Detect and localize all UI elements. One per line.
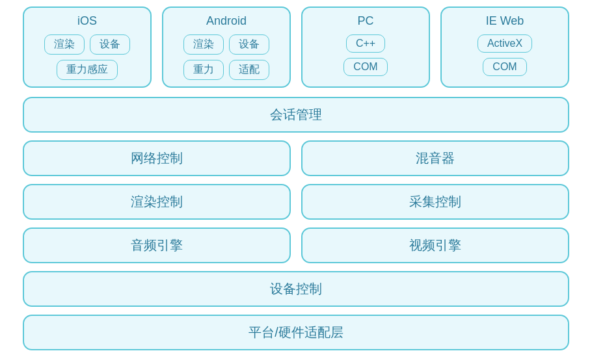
- architecture-diagram: iOS 渲染 设备 重力感应 Android 渲染 设备 重力 适配 PC: [16, 0, 576, 364]
- ios-row1: 渲染 设备: [44, 34, 130, 55]
- device-control-box: 设备控制: [23, 271, 569, 307]
- android-chip-render: 渲染: [183, 34, 224, 55]
- audio-engine-box: 音频引擎: [23, 228, 291, 263]
- ios-title: iOS: [77, 14, 97, 28]
- ieweb-row1: ActiveX: [478, 34, 532, 53]
- capture-control-box: 采集控制: [301, 184, 569, 220]
- ieweb-title: IE Web: [486, 14, 524, 28]
- ios-chip-device: 设备: [90, 34, 130, 55]
- video-engine-box: 视频引擎: [301, 228, 569, 263]
- render-capture-row: 渲染控制 采集控制: [23, 184, 569, 220]
- render-control-box: 渲染控制: [23, 184, 291, 220]
- device-row: 设备控制: [23, 271, 569, 307]
- platform-ios: iOS 渲染 设备 重力感应: [23, 6, 152, 88]
- android-chip-gravity: 重力: [183, 60, 224, 80]
- android-chip-adapt: 适配: [229, 60, 269, 80]
- ieweb-chip-com: COM: [483, 58, 526, 76]
- pc-row1: C++: [346, 34, 385, 53]
- pc-title: PC: [357, 14, 373, 28]
- android-title: Android: [206, 14, 247, 28]
- ieweb-row2: COM: [483, 58, 526, 76]
- pc-chip-cpp: C++: [346, 34, 385, 53]
- android-row1: 渲染 设备: [183, 34, 269, 55]
- ios-chip-render: 渲染: [44, 34, 85, 55]
- platform-row: iOS 渲染 设备 重力感应 Android 渲染 设备 重力 适配 PC: [23, 6, 569, 88]
- ios-row2: 重力感应: [57, 60, 118, 80]
- session-row: 会话管理: [23, 97, 569, 133]
- network-control-box: 网络控制: [23, 140, 291, 176]
- platform-hardware-box: 平台/硬件适配层: [23, 315, 569, 350]
- audio-video-row: 音频引擎 视频引擎: [23, 228, 569, 263]
- pc-chip-com: COM: [343, 58, 387, 76]
- session-box: 会话管理: [23, 97, 569, 133]
- ieweb-chip-activex: ActiveX: [478, 34, 532, 53]
- platform-android: Android 渲染 设备 重力 适配: [162, 6, 291, 88]
- platform-layer-row: 平台/硬件适配层: [23, 315, 569, 350]
- ios-chip-gravity: 重力感应: [57, 60, 118, 80]
- platform-pc: PC C++ COM: [301, 6, 430, 88]
- mixer-box: 混音器: [301, 140, 569, 176]
- pc-row2: COM: [343, 58, 387, 76]
- platform-ieweb: IE Web ActiveX COM: [440, 6, 569, 88]
- android-chip-device: 设备: [229, 34, 269, 55]
- android-row2: 重力 适配: [183, 60, 269, 80]
- network-mixer-row: 网络控制 混音器: [23, 140, 569, 176]
